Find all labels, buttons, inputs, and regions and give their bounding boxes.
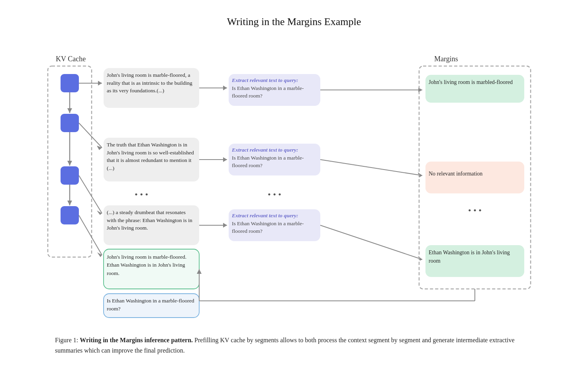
extract-box-2: Extract relevant text to query:Is Ethan …	[232, 146, 317, 170]
svg-line-13	[79, 123, 102, 148]
svg-marker-9	[67, 201, 72, 205]
dots-3: • • •	[468, 205, 482, 215]
caption-figure: Figure 1:	[55, 337, 78, 343]
dots-1: • • •	[135, 189, 148, 199]
text-box-1: John's living room is marble-floored, a …	[107, 71, 196, 95]
extract-box-3: Extract relevant text to query:Is Ethan …	[232, 212, 317, 235]
svg-rect-1	[61, 74, 79, 92]
extract-box-1: Extract relevant text to query:Is Ethan …	[232, 76, 317, 100]
dots-2: • • •	[268, 189, 281, 199]
text-box-3: (...) a steady drumbeat that resonates w…	[107, 209, 196, 232]
svg-rect-4	[61, 114, 79, 132]
svg-line-37	[320, 225, 422, 259]
svg-line-35	[320, 160, 422, 176]
svg-marker-3	[67, 108, 72, 113]
margin-result-3: Ethan Washington is in John's living roo…	[429, 248, 521, 265]
caption-bold: Writing in the Margins inference pattern…	[80, 337, 193, 343]
diagram: KV Cache Margins	[24, 42, 564, 322]
svg-marker-36	[418, 172, 422, 177]
text-box-5: Is Ethan Washington in a marble-floored …	[107, 297, 196, 312]
page-title: Writing in the Margins Example	[227, 16, 361, 28]
svg-line-17	[79, 215, 102, 255]
svg-rect-10	[61, 206, 79, 224]
svg-marker-6	[67, 161, 72, 166]
text-box-2: The truth that Ethan Washington is in Jo…	[107, 141, 196, 172]
margin-result-1: John's living room is marbled-floored	[429, 78, 521, 86]
margins-label: Margins	[434, 55, 458, 63]
svg-marker-29	[223, 223, 227, 228]
kvcache-label: KV Cache	[56, 55, 86, 63]
figure-caption: Figure 1: Writing in the Margins inferen…	[55, 335, 533, 355]
svg-marker-27	[223, 157, 227, 162]
svg-marker-12	[98, 81, 102, 86]
svg-rect-7	[61, 166, 79, 185]
svg-line-15	[79, 176, 102, 213]
margin-result-2: No relevant information	[429, 170, 521, 178]
svg-marker-25	[223, 86, 227, 90]
svg-marker-18	[97, 252, 102, 257]
text-box-4: John's living room is marble-floored.Eth…	[107, 253, 196, 277]
